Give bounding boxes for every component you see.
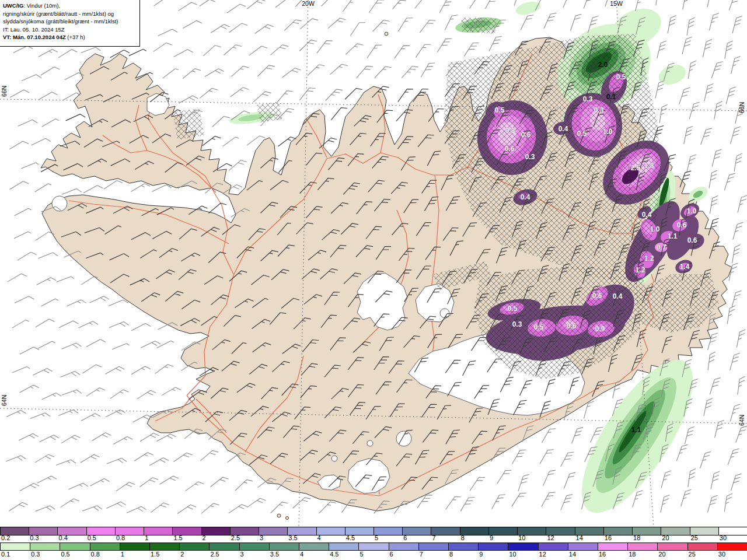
colorbar-cell [418,542,449,551]
colorbar-tick-label: 12 [539,551,546,558]
island [385,32,388,36]
colorbar-tick-label: 9 [479,551,483,558]
colorbar-tick-label: 1.5 [151,551,159,558]
colorbar-cell [60,542,90,551]
glacier [331,456,337,461]
colorbar-tick-label: 25 [689,551,696,558]
colorbar-tick-label: 6 [403,534,407,541]
colorbar-cell [239,542,270,551]
title-line-product: UWC/IG: Vindur (10m), [3,2,137,10]
title-box: UWC/IG: Vindur (10m), rigning/skúrir (gr… [0,0,140,47]
colorbar-tick-label: 4 [317,534,321,541]
colorbar-cell [389,542,419,551]
init-time: IT: Lau. 05. 10. 2024 15Z [3,26,137,34]
precip-value-label: 0.3 [525,153,535,161]
colorbar-tick-label: 20 [658,551,665,558]
precip-value-label: 0.5 [577,130,587,138]
precip-value-label: 1.0 [650,225,660,233]
colorbar-tick-label: 1 [121,551,124,558]
colorbar-cell [269,542,299,551]
precip-value-label: 1.2 [636,266,645,274]
colorbar-tick-label: 12 [547,534,554,541]
colorbar-cell [568,542,598,551]
colorbar-tick-label: 5 [375,534,378,541]
colorbar-cell [30,542,60,551]
colorbar-cell [538,542,568,551]
precip-value-label: 0.5 [534,323,544,331]
weather-map: 20W15W66N66N64N64N0.50.80.60.60.30.42.00… [0,0,747,527]
parallel-label: 64N [1,395,8,406]
colorbar-cell [717,542,747,551]
colorbar-tick-label: 14 [576,534,583,541]
colorbar-tick-label: 2 [203,534,206,541]
colorbar-tick-label: 5 [359,551,363,558]
colorbar-tick-label: 7 [432,534,435,541]
precip-value-label: 0.1 [606,93,616,101]
colorbar-cell [209,542,239,551]
colorbar-tick-label: 16 [605,534,612,541]
meridian-label: 20W [302,0,315,7]
parallel-label: 66N [1,86,8,97]
colorbar-tick-label: 0.8 [91,551,100,558]
precip-value-label: 0.3 [512,320,522,328]
colorbar-tick-label: 0.2 [1,534,10,541]
colorbar-cell [448,542,479,551]
colorbar-tick-label: 4 [300,551,303,558]
colorbar-tick-label: 0.5 [88,534,96,541]
precip-value-label: 0.6 [567,322,577,330]
colorbar-tick-label: 0.8 [116,534,125,541]
island [277,514,281,517]
colorbar-tick-label: 0.4 [58,534,67,541]
precip-value-label: 0.5 [616,73,626,81]
colorbar-tick-label: 0.5 [61,551,69,558]
colorbar-cell [299,542,329,551]
title-line-snow-desc: slydda/snjókoma (grátt/bleikt/grænt - mm… [3,18,137,26]
precip-value-label: 0.9 [595,325,605,333]
colorbar-tick-label: 3 [260,534,263,541]
colorbar-tick-label: 16 [599,551,606,558]
colorbar-tick-label: 4.5 [346,534,355,541]
title-line-rain-desc: rigning/skúrir (grænt/blátt/rautt - mm/1… [3,10,137,18]
glacier [367,440,373,446]
colorbar-rain-labels: 0.10.30.50.811.522.533.544.5567891012141… [0,551,747,559]
precip-value-label: 1.1 [631,426,641,434]
precip-value-label: 1.4 [680,262,690,271]
colorbar-cell [0,542,30,551]
island [286,517,289,520]
precip-value-label: 0.6 [687,236,697,244]
colorbar-tick-label: 14 [569,551,576,558]
colorbar-cell [687,542,718,551]
colorbar-tick-label: 10 [509,551,516,558]
colorbar-rain-scale [0,542,747,551]
hatch-area [461,18,497,34]
colorbar-tick-label: 3 [240,551,244,558]
colorbar-cell [120,542,150,551]
hatch-area [173,108,204,140]
colorbar-tick-label: 2.5 [210,551,219,558]
weather-chart-page: 20W15W66N66N64N64N0.50.80.60.60.30.42.00… [0,0,747,560]
precip-value-label: 2.5 [631,164,641,172]
colorbar-tick-label: 30 [720,534,727,541]
precip-value-label: 0.7 [657,243,666,251]
colorbar-cell [657,542,687,551]
precip-value-label: 1.8 [644,162,654,170]
colorbar-tick-label: 1 [145,534,148,541]
colorbar-tick-label: 3.5 [270,551,279,558]
colorbar-cell [329,542,359,551]
parallel-label: 64N [738,415,745,426]
colorbar-tick-label: 0.3 [30,534,39,541]
colorbar-tick-label: 8 [449,551,453,558]
precip-value-label: 1.2 [644,254,654,262]
valid-time: VT: Mán. 07.10.2024 04Z (+37 h) [3,33,137,41]
colorbar-tick-label: 0.3 [31,551,40,558]
colorbar-tick-label: 1.5 [173,534,182,541]
colorbar-cell [358,542,389,551]
precip-value-label: 1.0 [603,128,613,136]
precip-value-label: 0.5 [508,304,518,313]
colorbar-tick-label: 25 [691,534,698,541]
colorbar-tick-label: 30 [718,551,725,558]
precip-value-label: 0.3 [583,95,593,103]
precip-value-label: 0.3 [594,106,604,114]
hatch-area [257,102,282,123]
colorbar-tick-label: 2.5 [231,534,240,541]
